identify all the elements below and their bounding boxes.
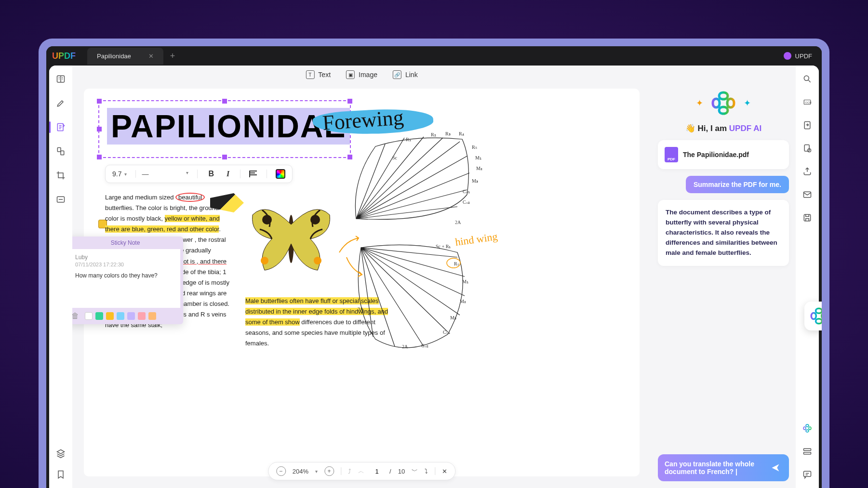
protect-icon[interactable] [801,143,813,154]
search-icon[interactable] [801,73,813,85]
text-icon: T [306,70,314,79]
ai-input-box[interactable]: Can you translate the whole document to … [658,454,789,481]
circled-annotation: beautiful [175,193,205,202]
ai-reply-message: The document describes a type of butterf… [658,200,789,266]
insert-text-button[interactable]: TText [306,70,331,79]
user-label: UPDF [795,53,812,60]
send-icon[interactable] [769,461,782,475]
ai-toggle-icon[interactable] [801,422,813,434]
pdf-file-icon: PDF [665,147,678,162]
delete-note-icon[interactable]: 🗑 [72,312,79,320]
page-input[interactable] [371,468,383,475]
tab-close-icon[interactable]: ✕ [148,53,154,60]
layers-icon[interactable] [55,448,67,459]
color-swatch[interactable] [117,312,124,320]
email-icon[interactable] [801,189,813,200]
ai-user-message: Summarize the PDF for me. [686,176,789,193]
tab-title: Papilionidae [97,53,131,60]
floating-ai-badge[interactable] [804,302,822,330]
edit-text-tool-icon[interactable] [55,121,67,133]
svg-rect-19 [804,448,811,450]
ai-panel: ✦ ✦ 👋 Hi, I am UPDF AI PDF The Papilioni… [651,66,796,488]
edit-toolbar: TText ▣Image 🔗Link [306,70,417,79]
redact-tool-icon[interactable] [55,194,67,205]
color-swatch[interactable] [95,312,103,320]
user-badge[interactable]: UPDF [784,52,812,60]
document-tab[interactable]: Papilionidae ✕ [87,48,163,65]
convert-icon[interactable] [801,119,813,131]
zoom-level[interactable]: 204% [293,468,308,475]
arrow-annotation-icon [342,252,366,281]
font-family-select[interactable]: — ▾ [135,170,188,178]
ocr-icon[interactable]: OCR [801,96,813,108]
highlight-tool-icon[interactable] [55,97,67,109]
insert-image-button[interactable]: ▣Image [346,70,377,79]
svg-point-9 [314,257,321,264]
comment-icon[interactable] [801,469,813,480]
svg-rect-21 [804,471,811,476]
sparkle-icon: ✦ [696,98,703,108]
svg-rect-2 [57,148,61,152]
italic-button[interactable]: I [225,170,231,178]
document-title[interactable]: PAPILIONIDAE [107,108,350,145]
text-color-picker[interactable] [276,169,285,179]
first-page-button[interactable]: ⤴ [348,468,351,475]
zoom-nav-bar: − 204%▾ + ⤴ ︿ / 10 ﹀ ⤵ ✕ [268,462,455,480]
page-sep: / [389,468,391,475]
crop-tool-icon[interactable] [55,170,67,181]
sparkle-icon: ✦ [744,98,751,108]
save-icon[interactable] [801,212,813,224]
hindwing-diagram [347,238,481,354]
svg-rect-18 [804,214,810,221]
svg-point-11 [804,76,809,80]
app-logo: UPDF [52,51,76,61]
ai-input-text[interactable]: Can you translate the whole document to … [665,460,769,475]
format-toolbar: 9.7 ▾ — ▾ B I [105,165,293,183]
bookmark-icon[interactable] [55,469,67,480]
organize-pages-icon[interactable] [55,145,67,157]
svg-rect-20 [804,452,811,454]
svg-rect-15 [804,145,809,151]
sticky-note-author: Luby [75,254,175,261]
share-icon[interactable] [801,166,813,177]
ai-file-card[interactable]: PDF The Papilionidae.pdf [658,140,789,169]
forewing-diagram [347,132,481,233]
svg-text:OCR: OCR [805,101,812,104]
left-toolbar [49,66,72,488]
form-icon[interactable] [801,446,813,457]
sticky-note-text[interactable]: How many colors do they have? [75,272,175,279]
bold-button[interactable]: B [206,170,216,178]
align-button[interactable] [249,171,258,177]
link-icon: 🔗 [393,70,401,79]
svg-rect-14 [804,122,810,129]
user-avatar-icon [784,52,791,60]
color-swatch[interactable] [127,312,135,320]
color-swatch[interactable] [106,312,114,320]
new-tab-button[interactable]: + [170,51,175,61]
last-page-button[interactable]: ⤵ [425,468,428,475]
image-icon: ▣ [346,70,355,79]
sticky-note-header: Sticky Note [72,237,183,249]
insert-link-button[interactable]: 🔗Link [393,70,418,79]
svg-rect-3 [61,151,64,155]
ai-logo-icon [710,90,737,117]
zoom-out-button[interactable]: − [276,466,286,476]
svg-point-8 [261,257,268,264]
next-page-button[interactable]: ﹀ [412,467,418,475]
document-canvas[interactable]: TText ▣Image 🔗Link PAPILIONIDAE 9.7 ▾ — … [72,66,651,488]
right-toolbar: OCR [796,66,819,488]
page-total: 10 [398,468,405,475]
reader-mode-icon[interactable] [55,73,67,85]
font-size-select[interactable]: 9.7 ▾ [112,170,127,178]
sticky-note-date: 07/11/2023 17:22:30 [75,262,175,267]
zoom-in-button[interactable]: + [324,466,334,476]
ai-file-name: The Papilionidae.pdf [683,151,749,158]
color-swatch[interactable] [85,312,93,320]
prev-page-button[interactable]: ︿ [358,467,364,475]
sticky-note-popup[interactable]: Sticky Note Luby 07/11/2023 17:22:30 How… [72,237,183,324]
butterfly-image [243,191,339,287]
color-swatch[interactable] [138,312,146,320]
ai-greeting: 👋 Hi, I am UPDF AI [658,123,789,133]
color-swatch[interactable] [148,312,156,320]
close-bar-button[interactable]: ✕ [442,468,447,475]
